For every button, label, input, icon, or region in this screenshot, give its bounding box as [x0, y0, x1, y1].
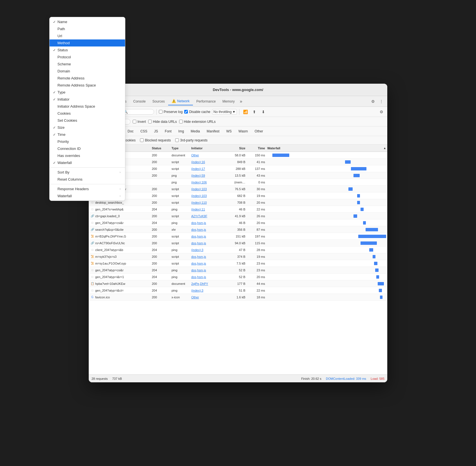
context-menu[interactable]: ✓ Name Path Url Method ✓ Status Protocol…: [89, 84, 125, 201]
row-initiator[interactable]: dos,hsm,js: [190, 262, 224, 265]
table-row[interactable]: G favicon.ico 200 x-icon Other 1.6 kB 18…: [89, 294, 387, 301]
col-initiator-header[interactable]: Initiator: [190, 147, 224, 150]
throttle-select[interactable]: No throttling ▼: [212, 109, 237, 115]
row-initiator[interactable]: Other: [190, 154, 224, 157]
col-type-header[interactable]: Type: [170, 147, 190, 150]
col-size-header[interactable]: Size: [224, 147, 246, 150]
col-waterfall-header[interactable]: Waterfall ▲: [266, 147, 387, 150]
row-initiator[interactable]: Other: [190, 296, 224, 299]
table-row[interactable]: 🔗 search?q&cp=0&clie 200 xhr dos,hsm,js …: [89, 226, 387, 233]
table-row[interactable]: □ gen_204?atyp=csi&r 204 ping dos,hsm,js…: [89, 219, 387, 226]
row-initiator[interactable]: (index):3: [190, 248, 224, 252]
preserve-log-checkbox[interactable]: Preserve log: [159, 110, 183, 114]
table-row[interactable]: □ desktop_searchbox_ 200 script (index):…: [89, 199, 387, 206]
type-btn-js[interactable]: JS: [151, 128, 161, 134]
row-initiator[interactable]: (index):103: [190, 194, 224, 198]
row-initiator[interactable]: (index):16: [190, 160, 224, 164]
row-initiator[interactable]: (index):110: [190, 201, 224, 204]
type-btn-media[interactable]: Media: [188, 128, 203, 134]
menu-item-initiator[interactable]: ✓ Initiator: [89, 96, 125, 103]
upload-icon[interactable]: ⬆: [251, 108, 258, 116]
menu-item-sort-by[interactable]: Sort By ›: [89, 169, 125, 176]
row-initiator[interactable]: 2qlPe,DhPY: [190, 282, 224, 285]
network-settings-icon[interactable]: ⚙: [378, 108, 385, 116]
disable-cache-checkbox[interactable]: Disable cache: [184, 110, 210, 114]
type-btn-manifest[interactable]: Manifest: [204, 128, 222, 134]
download-icon[interactable]: ⬇: [260, 108, 267, 116]
col-time-header[interactable]: Time: [246, 147, 266, 150]
row-initiator[interactable]: dos,hsm,js: [190, 221, 224, 225]
table-row[interactable]: 🔗 rs=AA2YrTvK9FPicMv 200 script (index):…: [89, 186, 387, 192]
type-btn-ws[interactable]: WS: [223, 128, 234, 134]
table-row[interactable]: 🖼 data:image/png;base png (index):106 (m…: [89, 179, 387, 186]
search-input[interactable]: [129, 110, 152, 114]
table-row[interactable]: 📜 m=sy1au,P1OOwf,syp 200 script dos,hsm,…: [89, 260, 387, 267]
row-type: script: [170, 194, 190, 198]
row-initiator[interactable]: dos,hsm,js: [190, 235, 224, 238]
more-tabs-button[interactable]: »: [238, 99, 244, 104]
row-initiator[interactable]: dos,hsm,js: [190, 255, 224, 258]
row-initiator[interactable]: dos,hsm,js: [190, 228, 224, 231]
type-btn-other[interactable]: Other: [252, 128, 266, 134]
table-row[interactable]: □ gen_204?atyp=i&ct= 204 ping (index):3 …: [89, 287, 387, 294]
row-initiator[interactable]: A2YrTvK9F: [190, 214, 224, 218]
type-btn-font[interactable]: Font: [162, 128, 174, 134]
row-time: 43 ms: [246, 174, 266, 177]
row-initiator[interactable]: (index):11: [190, 208, 224, 211]
col-status-header[interactable]: Status: [151, 147, 170, 150]
menu-item-set-cookies[interactable]: Set Cookies: [89, 117, 125, 124]
table-row[interactable]: □ client_204?atyp=i&b 204 ping (index):3…: [89, 247, 387, 253]
wifi-icon[interactable]: 📶: [242, 108, 249, 116]
table-row[interactable]: 📜 m=B2qlPe,DhPYme,G 200 script dos,hsm,j…: [89, 233, 387, 240]
tab-sources[interactable]: Sources: [149, 98, 168, 105]
hide-extension-urls-checkbox[interactable]: Hide extension URLs: [179, 120, 216, 124]
table-row[interactable]: 🔗 cb=gapi.loaded_0 200 script A2YrTvK9F …: [89, 213, 387, 219]
table-row[interactable]: 📋 hpba?vet=10ahUKEw 200 document 2qlPe,D…: [89, 280, 387, 287]
menu-item-reset-columns[interactable]: Reset Columns: [89, 176, 125, 183]
menu-item-type[interactable]: ✓ Type: [89, 89, 125, 96]
menu-item-waterfall2[interactable]: Waterfall ›: [89, 192, 125, 199]
table-row[interactable]: 📜 m=syk3?xjs=s3 200 script dos,hsm,js 37…: [89, 253, 387, 260]
table-row[interactable]: 📜 m=cdos,hsm,jsa,mb4 200 script (index):…: [89, 159, 387, 165]
row-initiator[interactable]: (index):103: [190, 187, 224, 191]
tab-performance[interactable]: Performance: [193, 98, 219, 105]
row-initiator[interactable]: (index):59: [190, 174, 224, 177]
type-btn-img[interactable]: Img: [175, 128, 187, 134]
more-options-icon[interactable]: ⋮: [378, 98, 385, 105]
hide-data-urls-checkbox[interactable]: Hide data URLs: [148, 120, 177, 124]
type-btn-wasm[interactable]: Wasm: [236, 128, 251, 134]
menu-item-size[interactable]: ✓ Size: [89, 124, 125, 131]
row-initiator[interactable]: dos,hsm,js: [190, 241, 224, 245]
menu-item-initiator-address-space[interactable]: Initiator Address Space: [89, 103, 125, 110]
table-row[interactable]: 🖼 googlelogo_color_27 200 png (index):59…: [89, 172, 387, 179]
row-initiator[interactable]: (index):106: [190, 181, 224, 184]
invert-checkbox[interactable]: Invert: [133, 120, 146, 124]
settings-icon[interactable]: ⚙: [369, 98, 377, 105]
menu-item-priority[interactable]: Priority: [89, 138, 125, 145]
row-initiator[interactable]: (index):17: [190, 167, 224, 170]
menu-item-cookies[interactable]: Cookies: [89, 110, 125, 117]
menu-item-waterfall[interactable]: ✓ Waterfall: [89, 159, 125, 166]
tab-memory[interactable]: Memory: [219, 98, 238, 105]
third-party-checkbox[interactable]: 3rd-party requests: [175, 138, 207, 142]
table-row[interactable]: 📜 rs=AA2YrTs74be_nlo 200 script (index):…: [89, 192, 387, 199]
type-btn-css[interactable]: CSS: [137, 128, 150, 134]
row-initiator[interactable]: dos,hsm,js: [190, 268, 224, 272]
tab-network[interactable]: ⚠️ Network: [168, 97, 193, 105]
menu-item-remote-address-space[interactable]: Remote Address Space: [89, 84, 125, 89]
table-row[interactable]: 📋 www.google.com 200 document Other 58.0…: [89, 152, 387, 159]
row-initiator[interactable]: dos,hsm,js: [190, 275, 224, 279]
table-row[interactable]: □ gen_204?atyp=csi&r 204 ping dos,hsm,js…: [89, 267, 387, 274]
row-initiator[interactable]: (index):3: [190, 289, 224, 292]
tab-console[interactable]: Console: [130, 98, 149, 105]
menu-item-response-headers[interactable]: Response Headers ›: [89, 185, 125, 192]
menu-item-connection-id[interactable]: Connection ID: [89, 145, 125, 152]
type-btn-doc[interactable]: Doc: [125, 128, 136, 134]
menu-item-time[interactable]: ✓ Time: [89, 131, 125, 138]
table-row[interactable]: □ gen_204?s=webhp& 204 ping (index):11 4…: [89, 206, 387, 213]
table-row[interactable]: 🔗 rs=ACT90oFiSvULNc 200 script dos,hsm,j…: [89, 240, 387, 247]
table-row[interactable]: □ gen_204?atyp=i&r=1 204 ping dos,hsm,js…: [89, 274, 387, 280]
table-row[interactable]: 🔗 m=cdos,hsm,jsa,mb4 200 script (index):…: [89, 165, 387, 172]
menu-item-has-overrides[interactable]: Has overrides: [89, 152, 125, 159]
blocked-requests-checkbox[interactable]: Blocked requests: [140, 138, 171, 142]
